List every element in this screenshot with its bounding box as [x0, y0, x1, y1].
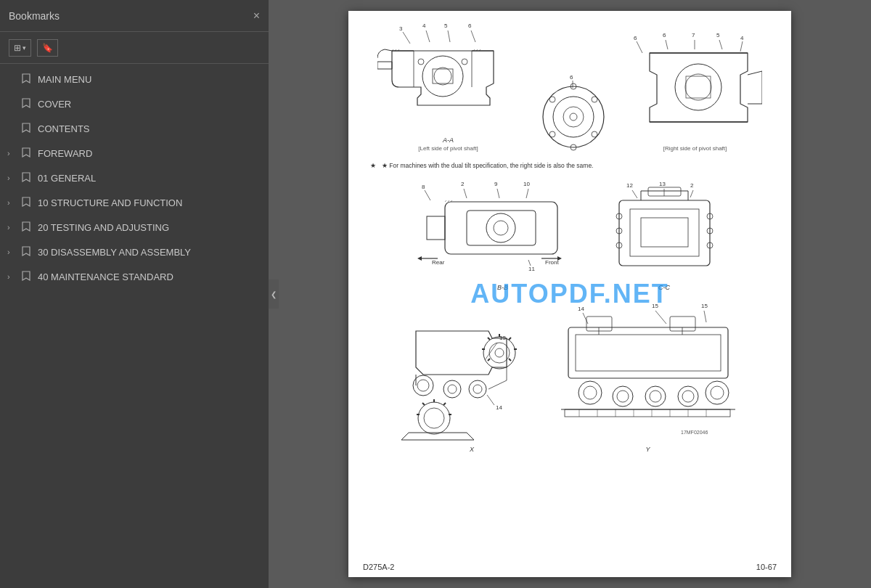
- svg-point-10: [422, 56, 463, 97]
- sidebar-item-contents[interactable]: CONTENTS: [0, 116, 269, 141]
- collapse-handle[interactable]: ❮: [269, 279, 279, 309]
- bookmark-icon: [22, 73, 33, 86]
- chevron-icon: ›: [7, 272, 17, 281]
- svg-text:4: 4: [422, 23, 426, 29]
- svg-line-44: [740, 41, 743, 52]
- svg-line-124: [655, 311, 666, 324]
- svg-marker-68: [557, 256, 562, 261]
- page-footer: D275A-2 10-67: [363, 563, 777, 571]
- svg-rect-82: [641, 218, 688, 247]
- drawing-aa: 3 4 5 6: [377, 22, 519, 152]
- svg-line-6: [448, 30, 450, 42]
- drawing-y: 14 15 15: [557, 302, 739, 453]
- svg-text:12: 12: [626, 182, 633, 189]
- sidebar-item-01-general[interactable]: ›01 GENERAL: [0, 166, 269, 190]
- drawing-cc-svg: 12 13 2: [605, 180, 724, 282]
- svg-text:7: 7: [692, 32, 695, 38]
- svg-rect-62: [427, 216, 445, 240]
- sidebar-item-foreward[interactable]: ›FOREWARD: [0, 141, 269, 166]
- svg-point-30: [592, 97, 597, 102]
- main-content: AUTOPDF.NET 3 4 5 6: [269, 0, 871, 588]
- svg-point-33: [549, 131, 555, 137]
- bot-drawings-row: 13: [363, 302, 777, 453]
- footer-left: D275A-2: [363, 563, 394, 571]
- svg-line-73: [528, 260, 531, 266]
- drawing-right: 6 6 7 5 4: [628, 31, 762, 152]
- sidebar-header: Bookmarks ×: [0, 0, 269, 32]
- svg-text:3: 3: [399, 25, 403, 32]
- sidebar-item-cover[interactable]: COVER: [0, 91, 269, 116]
- footer-right: 10-67: [756, 563, 777, 571]
- svg-point-138: [678, 386, 698, 407]
- drawing-bb-svg: 8 2 9 10: [416, 180, 590, 282]
- svg-line-111: [443, 403, 446, 405]
- expand-all-button[interactable]: ⊞ ▾: [9, 39, 31, 57]
- top-drawings-row: 3 4 5 6: [363, 22, 777, 152]
- svg-rect-127: [576, 335, 721, 371]
- bookmark-icon: [22, 147, 33, 160]
- drawing-x-svg: 13: [401, 302, 543, 444]
- drawings-area: 3 4 5 6: [363, 18, 777, 453]
- svg-text:10: 10: [523, 181, 530, 187]
- chevron-icon: ›: [7, 198, 17, 207]
- svg-line-123: [583, 313, 588, 324]
- sidebar-item-label: CONTENTS: [38, 123, 90, 134]
- svg-point-28: [570, 113, 577, 121]
- svg-text:15: 15: [652, 303, 658, 309]
- svg-point-105: [448, 385, 457, 393]
- svg-point-34: [549, 97, 555, 102]
- svg-text:5: 5: [716, 32, 720, 38]
- sidebar-item-10-structure[interactable]: ›10 STRUCTURE AND FUNCTION: [0, 190, 269, 215]
- svg-marker-65: [417, 256, 422, 261]
- svg-point-103: [417, 380, 429, 391]
- sidebar-item-40-maintenance[interactable]: ›40 MAINTENANCE STANDARD: [0, 264, 269, 289]
- chevron-icon: ›: [7, 248, 17, 256]
- svg-text:15: 15: [701, 303, 708, 309]
- svg-point-45: [675, 64, 721, 110]
- sidebar-item-20-testing[interactable]: ›20 TESTING AND ADJUSTING: [0, 215, 269, 240]
- svg-rect-80: [619, 200, 710, 266]
- drawing-circle: 6: [533, 72, 613, 152]
- svg-point-26: [553, 97, 594, 137]
- svg-point-140: [706, 381, 729, 404]
- sidebar-toolbar: ⊞ ▾ 🔖: [0, 32, 269, 64]
- svg-text:4: 4: [740, 35, 744, 41]
- svg-point-60: [486, 213, 515, 242]
- svg-point-21: [418, 59, 424, 65]
- svg-point-46: [685, 74, 711, 100]
- svg-point-141: [711, 386, 724, 399]
- svg-line-41: [666, 40, 668, 49]
- sidebar-item-30-disassembly[interactable]: ›30 DISASSEMBLY AND ASSEMBLY: [0, 240, 269, 264]
- bookmark-button[interactable]: 🔖: [37, 39, 58, 57]
- svg-line-54: [425, 190, 430, 200]
- drawing-x: 13: [401, 302, 543, 453]
- page-content: 3 4 5 6: [348, 11, 791, 577]
- svg-text:2: 2: [461, 181, 465, 187]
- svg-point-106: [469, 380, 486, 398]
- drawing-circle-svg: 6: [533, 72, 613, 152]
- sidebar-item-label: MAIN MENU: [38, 74, 91, 85]
- svg-point-139: [682, 391, 694, 402]
- bookmark-icon: [22, 197, 33, 209]
- chevron-icon: ›: [7, 149, 17, 158]
- svg-line-101: [488, 359, 490, 361]
- svg-text:9: 9: [494, 181, 498, 187]
- drawing-y-svg: 14 15 15: [557, 302, 739, 444]
- svg-text:8: 8: [422, 184, 425, 190]
- svg-point-109: [424, 408, 444, 428]
- svg-line-56: [497, 189, 499, 198]
- svg-line-77: [632, 190, 637, 198]
- drawing-cc: 12 13 2: [605, 180, 724, 291]
- svg-point-27: [563, 107, 584, 127]
- svg-rect-126: [568, 327, 728, 378]
- sidebar-item-label: 10 STRUCTURE AND FUNCTION: [38, 197, 182, 208]
- svg-rect-59: [467, 211, 536, 245]
- svg-text:13: 13: [659, 181, 666, 187]
- svg-line-40: [637, 41, 642, 53]
- svg-text:Front: Front: [545, 259, 559, 266]
- sidebar-item-main-menu[interactable]: MAIN MENU: [0, 67, 269, 91]
- svg-rect-58: [445, 202, 557, 254]
- close-button[interactable]: ×: [253, 10, 260, 22]
- svg-line-57: [526, 189, 528, 198]
- svg-line-116: [487, 395, 494, 405]
